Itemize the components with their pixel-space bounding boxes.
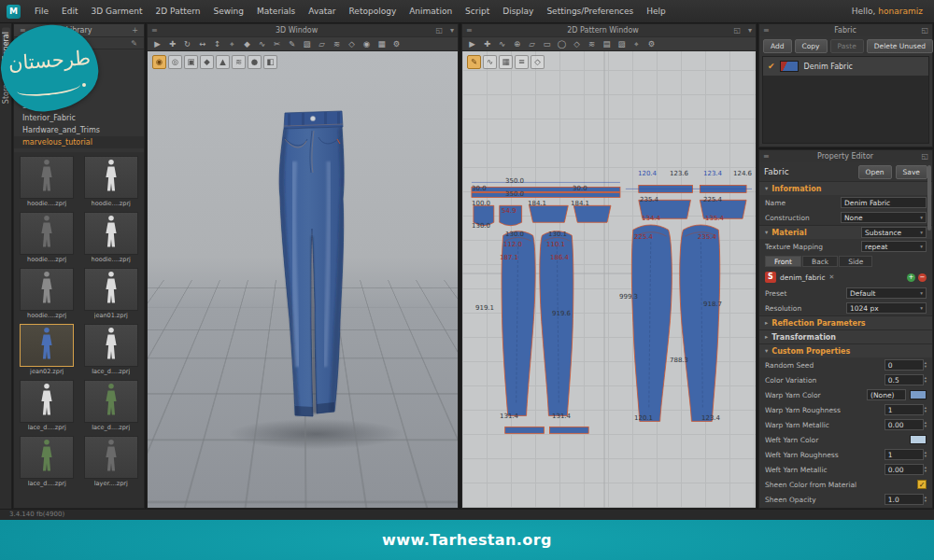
show-notches-icon[interactable]: ◇ <box>531 55 545 69</box>
viewport-3d-canvas[interactable]: ◉◎▣◆▲≋●◧ <box>148 51 458 508</box>
favorite-folder[interactable]: Substance <box>14 100 144 112</box>
section-reflection-parameters[interactable]: ▸ Reflection Parameters <box>759 315 932 329</box>
menu-item[interactable]: 3D Garment <box>85 0 149 23</box>
settings-icon[interactable]: ⚙ <box>389 37 403 50</box>
pin-icon[interactable]: ◆ <box>240 37 254 50</box>
remove-texture-icon[interactable]: − <box>918 273 927 282</box>
window-menu-icon[interactable]: ≡ <box>148 26 162 35</box>
library-item[interactable]: hoodie....zprj <box>17 268 78 319</box>
menu-item[interactable]: Materials <box>250 0 302 23</box>
favorite-folder[interactable]: Hardware_and_Trims <box>14 124 144 136</box>
solidify-icon[interactable]: ◇ <box>345 37 359 50</box>
arrangement-points-icon[interactable]: ▣ <box>184 55 198 69</box>
menu-item[interactable]: Retopology <box>343 0 403 23</box>
menu-item[interactable]: File <box>28 0 55 23</box>
hanger-icon[interactable]: ▲ <box>216 55 230 69</box>
camera-icon[interactable]: ◧ <box>263 55 277 69</box>
library-item[interactable]: hoodie....zprj <box>17 156 78 207</box>
rotate-view-icon[interactable]: ↻ <box>180 37 194 50</box>
texture-icon[interactable]: ▨ <box>615 37 629 50</box>
resolution-dropdown[interactable]: 1024 px ▾ <box>846 302 927 314</box>
scissors-icon[interactable]: ✂ <box>270 37 284 50</box>
library-item[interactable]: hoodie....zprj <box>17 212 78 263</box>
edit-favorites-icon[interactable]: ✎ <box>129 39 139 48</box>
pattern-icon[interactable]: ▱ <box>315 37 329 50</box>
greeting-username[interactable]: honaramiz <box>878 7 923 16</box>
fabric-list-item[interactable]: ✔ Denim Fabric <box>763 57 928 76</box>
undock-icon[interactable]: ◱ <box>917 26 932 35</box>
stepper-icon[interactable]: ▴▾ <box>925 361 927 370</box>
menu-item[interactable]: Avatar <box>302 0 342 23</box>
library-item[interactable]: lace_d....zprj <box>81 324 142 375</box>
show-baselines-icon[interactable]: ≡ <box>515 55 529 69</box>
display-mode-icon[interactable]: ▦ <box>375 37 389 50</box>
show-avatar-icon[interactable]: ◉ <box>152 55 166 69</box>
rectangle-icon[interactable]: ▭ <box>540 37 554 50</box>
library-item[interactable]: lace_d....zprj <box>17 380 78 431</box>
viewport-2d-canvas[interactable]: 350.030.0350.030.0120.4123.6123.4124.610… <box>462 51 756 508</box>
pins-icon[interactable]: ◆ <box>200 55 214 69</box>
section-information[interactable]: ▾ Information <box>759 181 932 195</box>
favorite-folder[interactable]: Hanger <box>14 76 144 88</box>
construction-dropdown[interactable]: None ▾ <box>841 212 927 223</box>
safety-frame-icon[interactable]: ● <box>248 55 262 69</box>
add-point-icon[interactable]: ⊕ <box>510 37 524 50</box>
add-library-icon[interactable]: + <box>130 26 140 35</box>
dart-icon[interactable]: ◇ <box>570 37 584 50</box>
favorite-folder[interactable]: Fabric <box>14 88 144 100</box>
section-transformation[interactable]: ▸ Transformation <box>759 329 932 343</box>
library-menu-icon[interactable]: ≡ <box>18 26 28 35</box>
steam-icon[interactable]: ≋ <box>330 37 344 50</box>
menu-item[interactable]: Help <box>640 0 672 23</box>
texture-mapping-dropdown[interactable]: repeat ▾ <box>861 241 927 252</box>
circle-icon[interactable]: ◯ <box>555 37 569 50</box>
fabric-action-button[interactable]: Add <box>763 39 792 53</box>
menu-item[interactable]: 2D Pattern <box>149 0 207 23</box>
undock-icon[interactable]: ◱ <box>729 26 744 35</box>
section-custom-properties[interactable]: ▾ Custom Properties <box>759 343 932 357</box>
sewing-icon[interactable]: ∿ <box>255 37 269 50</box>
material-type-dropdown[interactable]: Substance ▾ <box>861 227 927 238</box>
show-garment-icon[interactable]: ◎ <box>168 55 182 69</box>
property-value-input[interactable]: 0.00 <box>884 464 924 475</box>
window-menu-icon[interactable]: ≡ <box>462 26 476 35</box>
edit-curvature-icon[interactable]: ∿ <box>495 37 509 50</box>
pan-icon[interactable]: ↔ <box>195 37 209 50</box>
simulate-icon[interactable]: ▶ <box>150 37 164 50</box>
window-menu-icon[interactable]: ▾ <box>446 26 458 35</box>
window-menu-icon[interactable]: ▾ <box>744 26 756 35</box>
panel-menu-icon[interactable]: ≡ <box>759 152 773 161</box>
seam-icon[interactable]: ≋ <box>585 37 599 50</box>
property-value-input[interactable]: 1 <box>884 404 924 415</box>
fabric-action-button[interactable]: Delete Unused <box>867 39 933 53</box>
open-button[interactable]: Open <box>858 165 892 179</box>
property-value-input[interactable]: 1 <box>884 449 924 460</box>
add-texture-icon[interactable]: + <box>907 273 915 282</box>
library-item[interactable]: hoodie....zprj <box>81 212 142 263</box>
library-item[interactable]: layer....zprj <box>81 436 142 487</box>
jeans-3d-garment[interactable] <box>259 105 369 434</box>
color-swatch[interactable] <box>910 390 927 399</box>
edit-texture-icon[interactable]: ✎ <box>467 55 481 69</box>
stepper-icon[interactable]: ▴▾ <box>925 406 927 414</box>
menu-item[interactable]: Edit <box>55 0 84 23</box>
transform-pattern-icon[interactable]: ▶ <box>465 37 479 50</box>
menu-item[interactable]: Settings/Preferences <box>540 0 640 23</box>
zoom-fit-icon[interactable]: ⌖ <box>630 37 644 50</box>
checkbox[interactable]: ✓ <box>917 480 927 489</box>
menu-item[interactable]: Animation <box>403 0 459 23</box>
menu-item[interactable]: Display <box>496 0 540 23</box>
color-swatch[interactable] <box>910 435 927 444</box>
panel-menu-icon[interactable]: ≡ <box>759 26 773 35</box>
stepper-icon[interactable]: ▴▾ <box>925 421 927 429</box>
stepper-icon[interactable]: ▴▾ <box>925 376 927 385</box>
preset-dropdown[interactable]: Default ▾ <box>846 287 927 299</box>
favorite-folder[interactable]: Avatar <box>14 63 144 76</box>
favorite-folder[interactable]: Assets <box>14 51 144 63</box>
menu-item[interactable]: Script <box>459 0 496 23</box>
side-tab[interactable]: Side <box>839 256 872 267</box>
property-value-input[interactable]: 1.0 <box>884 494 924 505</box>
library-item[interactable]: lace_d....zprj <box>81 380 142 431</box>
save-button[interactable]: Save <box>896 165 927 179</box>
property-value-input[interactable]: (None) <box>867 389 906 400</box>
